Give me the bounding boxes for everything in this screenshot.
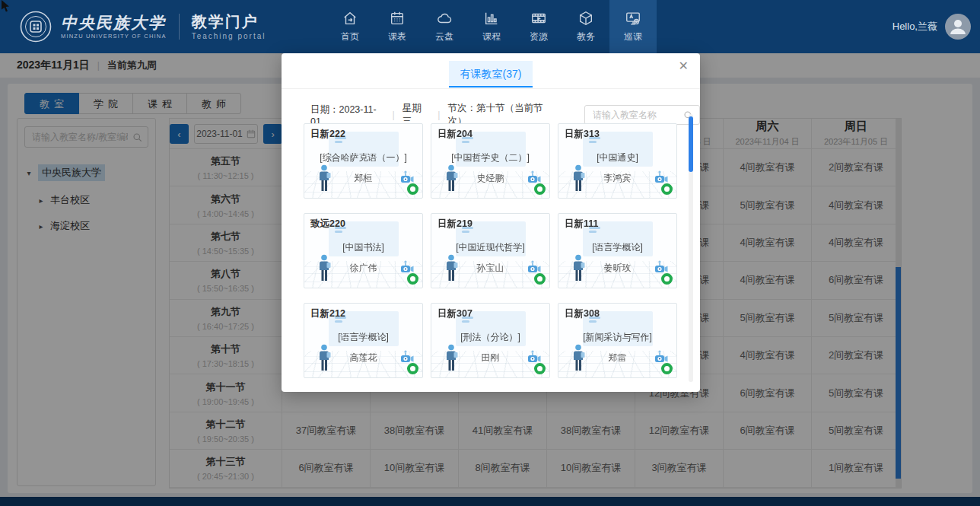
- room-name: 日新222: [310, 128, 345, 141]
- room-name: 日新313: [565, 128, 600, 141]
- user-avatar[interactable]: [945, 14, 971, 40]
- nav-item-label: 资源: [530, 30, 548, 43]
- logo-area: 中央民族大学 MINZU UNIVERSITY OF CHINA 教学门户 Te…: [20, 0, 266, 53]
- camera-online-indicator: [534, 183, 546, 195]
- modal-search-box: [584, 105, 700, 125]
- nav-item-label: 首页: [341, 30, 359, 43]
- info-divider: |: [393, 110, 395, 120]
- nav-item-label: 云盘: [435, 30, 453, 43]
- room-card-0[interactable]: 日新222[综合哈萨克语（一）]郑桓: [304, 123, 423, 199]
- modal-scrollbar-thumb[interactable]: [689, 116, 693, 172]
- nav-item-cube[interactable]: 教务: [562, 0, 609, 53]
- camera-online-indicator: [534, 273, 546, 285]
- calendar-icon: [389, 10, 406, 27]
- course-name: [中国通史]: [558, 151, 676, 164]
- camera-online-indicator: [534, 363, 546, 374]
- room-name: 致远220: [310, 218, 345, 231]
- user-area: Hello,兰薇: [892, 0, 971, 53]
- nav-item-chart[interactable]: 课程: [468, 0, 515, 53]
- top-navbar: 中央民族大学 MINZU UNIVERSITY OF CHINA 教学门户 Te…: [0, 0, 980, 53]
- modal-scrollbar-track[interactable]: [689, 114, 693, 382]
- film-icon: [530, 10, 547, 27]
- room-card-1[interactable]: 日新204[中国哲学史（二）]史经鹏: [431, 123, 550, 199]
- occupied-rooms-modal: ✕ 有课教室(37) 日期：2023-11-01 | 星期三 | 节次：第十节（…: [282, 53, 700, 392]
- cube-icon: [578, 10, 594, 27]
- course-name: [中国近现代哲学]: [431, 241, 549, 254]
- room-card-2[interactable]: 日新313[中国通史]李鸿宾: [558, 123, 677, 199]
- course-name: [中国哲学史（二）]: [431, 151, 549, 164]
- room-card-7[interactable]: 日新307[刑法（分论）]田刚: [431, 303, 550, 378]
- course-name: [刑法（分论）]: [431, 331, 549, 344]
- close-icon[interactable]: ✕: [679, 60, 689, 72]
- room-name: 日新219: [438, 218, 473, 231]
- chart-icon: [483, 10, 500, 27]
- room-card-5[interactable]: 日新111[语言学概论]姜昕玫: [558, 213, 677, 288]
- nav-menu: 首页课表云盘课程资源教务巡课: [326, 0, 657, 53]
- camera-online-indicator: [407, 183, 418, 195]
- room-card-3[interactable]: 致远220[中国书法]徐广伟: [304, 213, 423, 288]
- camera-online-indicator: [407, 363, 418, 374]
- nav-item-cloud[interactable]: 云盘: [421, 0, 468, 53]
- course-name: [语言学概论]: [558, 241, 676, 254]
- modal-tab-bar: 有课教室(37): [282, 53, 700, 89]
- info-divider-2: |: [438, 110, 440, 120]
- room-name: 日新308: [565, 307, 600, 320]
- course-name: [中国书法]: [304, 241, 422, 254]
- nav-item-home[interactable]: 首页: [326, 0, 374, 53]
- avatar-person-icon: [945, 14, 971, 40]
- university-name-cn: 中央民族大学: [61, 14, 167, 31]
- course-name: [新闻采访与写作]: [558, 331, 676, 344]
- room-card-4[interactable]: 日新219[中国近现代哲学]孙宝山: [431, 213, 550, 288]
- tab-occupied-rooms[interactable]: 有课教室(37): [449, 61, 533, 88]
- nav-item-patrol[interactable]: 巡课: [609, 0, 657, 53]
- room-name: 日新204: [438, 128, 473, 141]
- nav-item-label: 课表: [388, 30, 406, 43]
- room-card-8[interactable]: 日新308[新闻采访与写作]郑雷: [558, 303, 677, 378]
- patrol-icon: [625, 10, 641, 27]
- room-cards-grid: 日新222[综合哈萨克语（一）]郑桓日新204[中国哲学史（二）]史经鹏日新31…: [304, 123, 677, 378]
- logo-divider: [179, 14, 180, 40]
- portal-title-en: Teaching portal: [192, 32, 266, 40]
- camera-online-indicator: [661, 363, 673, 374]
- course-name: [语言学概论]: [304, 331, 422, 344]
- room-name: 日新212: [310, 307, 345, 320]
- portal-title-cn: 教学门户: [192, 13, 266, 30]
- nav-item-label: 课程: [482, 30, 501, 43]
- cloud-icon: [436, 10, 453, 27]
- room-name: 日新307: [438, 307, 473, 320]
- course-name: [综合哈萨克语（一）]: [304, 151, 422, 164]
- user-greeting: Hello,兰薇: [892, 20, 937, 33]
- nav-item-film[interactable]: 资源: [515, 0, 562, 53]
- room-name: 日新111: [565, 218, 598, 231]
- camera-online-indicator: [661, 273, 673, 285]
- nav-item-label: 教务: [577, 30, 595, 43]
- university-name-en: MINZU UNIVERSITY OF CHINA: [61, 33, 167, 40]
- camera-online-indicator: [661, 183, 673, 195]
- nav-item-label: 巡课: [624, 30, 642, 43]
- university-logo-icon: [20, 11, 52, 43]
- camera-online-indicator: [407, 273, 418, 285]
- nav-item-calendar[interactable]: 课表: [374, 0, 421, 53]
- home-icon: [342, 10, 358, 27]
- room-card-6[interactable]: 日新212[语言学概论]高莲花: [304, 303, 423, 378]
- modal-search-input[interactable]: [591, 109, 680, 121]
